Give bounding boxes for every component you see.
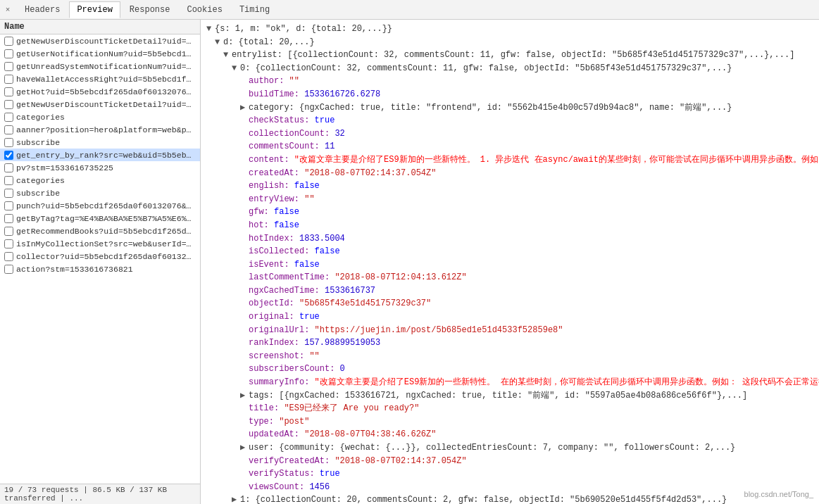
tab-timing[interactable]: Timing bbox=[232, 1, 277, 18]
name-item-checkbox[interactable] bbox=[4, 125, 13, 134]
expand-arrow[interactable]: ▶ bbox=[240, 441, 249, 455]
response-line: verifyStatus: true bbox=[206, 467, 813, 481]
close-tab-icon[interactable]: × bbox=[3, 5, 13, 15]
name-list-item[interactable]: pv?stm=1533616735225 bbox=[0, 161, 200, 174]
response-line: screenshot: "" bbox=[206, 350, 813, 363]
name-item-checkbox[interactable] bbox=[4, 176, 13, 185]
name-item-label: haveWalletAccessRight?uid=5b5ebcd1f265da… bbox=[16, 75, 196, 84]
name-item-checkbox[interactable] bbox=[4, 87, 13, 96]
response-line: originalUrl: "https://juejin.im/post/5b6… bbox=[206, 324, 813, 337]
name-item-label: getNewUserDiscountTicketDetail?uid=5b5eb… bbox=[16, 100, 196, 109]
name-list-item[interactable]: getByTag?tag=%E4%BA%BA%E5%B7%A5%E6%... bbox=[0, 212, 200, 225]
expand-arrow[interactable]: ▼ bbox=[206, 23, 215, 36]
name-list-item[interactable]: getUnreadSystemNotificationNum?uid=5b5e.… bbox=[0, 60, 200, 73]
expand-arrow[interactable]: ▶ bbox=[240, 389, 249, 403]
name-list-item[interactable]: categories bbox=[0, 174, 200, 187]
name-list-item[interactable]: punch?uid=5b5ebcd1f265da0f60132076&sub..… bbox=[0, 199, 200, 212]
tab-headers[interactable]: Headers bbox=[17, 1, 68, 18]
response-line: viewsCount: 1456 bbox=[206, 481, 813, 494]
name-item-checkbox[interactable] bbox=[4, 75, 13, 84]
name-item-checkbox[interactable] bbox=[4, 227, 13, 236]
name-item-label: pv?stm=1533616735225 bbox=[16, 163, 113, 172]
tabs-bar: × Headers Preview Response Cookies Timin… bbox=[0, 0, 819, 20]
response-line: hot: false bbox=[206, 219, 813, 232]
tab-preview[interactable]: Preview bbox=[69, 1, 120, 18]
name-panel-header: Name bbox=[0, 20, 200, 34]
name-item-label: get_entry_by_rank?src=web&uid=5b5ebcd1f2… bbox=[16, 151, 196, 160]
response-line: ▼ entrylist: [{collectionCount: 32, comm… bbox=[206, 49, 813, 62]
response-line: summaryInfo: "改篇文章主要是介绍了ES9新加的一些新特性。 在的某… bbox=[206, 376, 813, 389]
name-item-checkbox[interactable] bbox=[4, 49, 13, 58]
name-item-label: getByTag?tag=%E4%BA%BA%E5%B7%A5%E6%... bbox=[16, 214, 196, 223]
main-area: Name getNewUserDiscountTicketDetail?uid=… bbox=[0, 20, 819, 504]
name-item-label: isInMyCollectionSet?src=web&userId=5b5eb… bbox=[16, 239, 196, 248]
name-item-checkbox[interactable] bbox=[4, 62, 13, 71]
watermark: blog.csdn.net/Tong_ bbox=[744, 490, 813, 498]
expand-arrow[interactable]: ▶ bbox=[232, 493, 240, 504]
name-list-item[interactable]: getNewUserDiscountTicketDetail?uid=5b5eb… bbox=[0, 98, 200, 111]
name-list-item[interactable]: haveWalletAccessRight?uid=5b5ebcd1f265da… bbox=[0, 73, 200, 85]
name-item-label: getRecommendBooks?uid=5b5ebcd1f265da0... bbox=[16, 227, 196, 236]
name-list-item[interactable]: subscribe bbox=[0, 187, 200, 199]
response-line: verifyCreatedAt: "2018-08-07T02:14:37.05… bbox=[206, 455, 813, 468]
response-line: createdAt: "2018-08-07T02:14:37.054Z" bbox=[206, 167, 813, 180]
name-list-item[interactable]: subscribe bbox=[0, 136, 200, 149]
name-item-label: categories bbox=[16, 176, 65, 185]
name-item-checkbox[interactable] bbox=[4, 239, 13, 248]
name-list[interactable]: getNewUserDiscountTicketDetail?uid=5b5eb… bbox=[0, 34, 200, 484]
name-item-label: getNewUserDiscountTicketDetail?uid=5b5eb… bbox=[16, 37, 196, 46]
response-line: ngxCachedTime: 1533616737 bbox=[206, 284, 813, 298]
expand-arrow[interactable]: ▶ bbox=[240, 101, 249, 115]
name-list-item[interactable]: categories bbox=[0, 111, 200, 123]
response-line: title: "ES9已经来了 Are you ready?" bbox=[206, 402, 813, 415]
name-item-label: punch?uid=5b5ebcd1f265da0f60132076&sub..… bbox=[16, 201, 196, 210]
name-item-checkbox[interactable] bbox=[4, 163, 13, 172]
name-list-item[interactable]: getNewUserDiscountTicketDetail?uid=5b5eb… bbox=[0, 34, 200, 47]
name-item-label: subscribe bbox=[16, 189, 60, 198]
name-item-checkbox[interactable] bbox=[4, 214, 13, 223]
response-panel[interactable]: ▼ {s: 1, m: "ok", d: {total: 20,...}}▼ d… bbox=[201, 20, 819, 504]
response-line: subscribersCount: 0 bbox=[206, 363, 813, 376]
name-item-checkbox[interactable] bbox=[4, 37, 13, 46]
name-list-item[interactable]: aanner?position=hero&platform=web&page_.… bbox=[0, 123, 200, 136]
name-item-checkbox[interactable] bbox=[4, 151, 13, 160]
response-line: objectId: "5b685f43e51d451757329c37" bbox=[206, 297, 813, 310]
response-line: ▶ tags: [{ngxCached: 1533616721, ngxCach… bbox=[206, 389, 813, 403]
name-list-item[interactable]: getUserNotificationNum?uid=5b5ebcd1f265d… bbox=[0, 47, 200, 60]
name-item-label: action?stm=1533616736821 bbox=[16, 265, 133, 274]
name-item-checkbox[interactable] bbox=[4, 265, 13, 274]
name-list-item[interactable]: isInMyCollectionSet?src=web&userId=5b5eb… bbox=[0, 237, 200, 250]
response-line: commentsCount: 11 bbox=[206, 140, 813, 153]
name-item-checkbox[interactable] bbox=[4, 100, 13, 109]
response-line: ▶ category: {ngxCached: true, title: "fr… bbox=[206, 101, 813, 115]
name-list-item[interactable]: get_entry_by_rank?src=web&uid=5b5ebcd1f2… bbox=[0, 149, 200, 161]
name-item-label: collector?uid=5b5ebcd1f265da0f60132076&s… bbox=[16, 252, 196, 261]
name-list-item[interactable]: collector?uid=5b5ebcd1f265da0f60132076&s… bbox=[0, 250, 200, 263]
expand-arrow[interactable]: ▼ bbox=[215, 36, 223, 49]
name-list-item[interactable]: getRecommendBooks?uid=5b5ebcd1f265da0... bbox=[0, 225, 200, 237]
expand-arrow[interactable]: ▼ bbox=[223, 49, 232, 62]
response-line: updatedAt: "2018-08-07T04:38:46.626Z" bbox=[206, 428, 813, 441]
response-line: english: false bbox=[206, 179, 813, 193]
response-line: checkStatus: true bbox=[206, 114, 813, 127]
name-item-checkbox[interactable] bbox=[4, 189, 13, 198]
tab-cookies[interactable]: Cookies bbox=[179, 1, 230, 18]
name-item-checkbox[interactable] bbox=[4, 138, 13, 147]
response-line: isCollected: false bbox=[206, 245, 813, 258]
name-item-checkbox[interactable] bbox=[4, 113, 13, 122]
response-line: collectionCount: 32 bbox=[206, 127, 813, 141]
tab-response[interactable]: Response bbox=[122, 1, 178, 18]
name-item-label: categories bbox=[16, 113, 65, 122]
status-bar: 19 / 73 requests | 86.5 KB / 137 KB tran… bbox=[0, 484, 200, 504]
name-item-checkbox[interactable] bbox=[4, 252, 13, 261]
response-line: ▶ 1: {collectionCount: 20, commentsCount… bbox=[206, 493, 813, 504]
name-panel: Name getNewUserDiscountTicketDetail?uid=… bbox=[0, 20, 201, 504]
name-item-label: getUserNotificationNum?uid=5b5ebcd1f265d… bbox=[16, 49, 196, 58]
name-list-item[interactable]: action?stm=1533616736821 bbox=[0, 263, 200, 275]
response-line: lastCommentTime: "2018-08-07T12:04:13.61… bbox=[206, 271, 813, 284]
name-list-item[interactable]: getHot?uid=5b5ebcd1f265da0f60132076&cli.… bbox=[0, 85, 200, 98]
response-line: gfw: false bbox=[206, 206, 813, 219]
response-line: ▼ {s: 1, m: "ok", d: {total: 20,...}} bbox=[206, 23, 813, 36]
name-item-checkbox[interactable] bbox=[4, 201, 13, 210]
expand-arrow[interactable]: ▼ bbox=[232, 62, 240, 75]
